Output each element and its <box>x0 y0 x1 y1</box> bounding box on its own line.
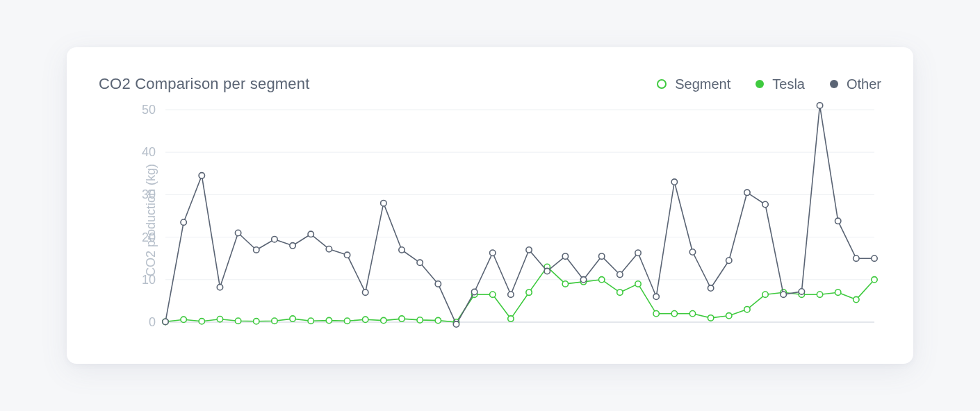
data-point <box>199 173 204 178</box>
chart-svg: 01020304050 <box>99 97 881 343</box>
data-point <box>199 319 204 324</box>
data-point <box>326 246 332 252</box>
data-point <box>362 317 368 322</box>
data-point <box>598 253 604 259</box>
data-point <box>689 311 695 317</box>
legend-label: Tesla <box>772 76 805 92</box>
data-point <box>344 252 350 258</box>
data-point <box>598 277 604 283</box>
data-point <box>435 317 441 323</box>
legend-label: Segment <box>675 76 730 92</box>
data-point <box>526 247 532 253</box>
legend-label: Other <box>847 76 881 92</box>
chart-header: CO2 Comparison per segment SegmentTeslaO… <box>99 71 881 97</box>
legend-item-segment[interactable]: Segment <box>657 76 730 92</box>
data-point <box>872 255 877 261</box>
data-point <box>399 247 405 253</box>
legend-dot-icon <box>830 80 838 88</box>
chart-title: CO2 Comparison per segment <box>99 75 310 93</box>
data-point <box>835 290 840 295</box>
data-point <box>617 271 623 277</box>
data-point <box>617 290 623 295</box>
y-tick-label: 0 <box>149 315 156 329</box>
chart-card: CO2 Comparison per segment SegmentTeslaO… <box>67 47 913 364</box>
data-point <box>344 318 350 324</box>
data-point <box>417 260 423 265</box>
data-point <box>435 281 441 287</box>
data-point <box>671 179 677 185</box>
data-point <box>817 103 822 108</box>
data-point <box>290 243 295 249</box>
data-point <box>181 317 186 322</box>
data-point <box>762 292 768 297</box>
data-point <box>854 255 859 261</box>
data-point <box>835 218 840 224</box>
data-point <box>417 317 423 323</box>
y-tick-label: 10 <box>142 273 156 287</box>
data-point <box>744 306 750 312</box>
data-point <box>490 292 496 297</box>
chart-legend: SegmentTeslaOther <box>657 76 881 92</box>
data-point <box>181 219 186 225</box>
data-point <box>254 319 259 324</box>
data-point <box>272 318 277 324</box>
data-point <box>399 316 405 321</box>
data-point <box>326 317 332 323</box>
data-point <box>580 277 586 283</box>
data-point <box>362 290 368 295</box>
chart-area: CO2 production (kg) 01020304050 <box>99 97 881 343</box>
legend-item-other[interactable]: Other <box>830 76 881 92</box>
data-point <box>708 285 713 291</box>
data-point <box>235 230 240 235</box>
data-point <box>817 292 822 297</box>
legend-item-tesla[interactable]: Tesla <box>756 76 805 92</box>
data-point <box>799 289 804 294</box>
data-point <box>689 249 695 255</box>
y-tick-label: 30 <box>142 187 156 201</box>
y-tick-label: 50 <box>142 103 156 117</box>
data-point <box>272 236 277 242</box>
legend-ring-icon <box>657 79 667 89</box>
data-point <box>508 316 514 321</box>
data-point <box>490 250 496 255</box>
page: CO2 Comparison per segment SegmentTeslaO… <box>0 0 980 411</box>
legend-dot-icon <box>756 80 764 88</box>
data-point <box>217 317 222 322</box>
data-point <box>562 253 568 259</box>
data-point <box>308 318 313 324</box>
data-point <box>726 313 732 319</box>
data-point <box>872 277 877 283</box>
data-point <box>653 311 659 317</box>
data-point <box>562 281 568 287</box>
data-point <box>653 294 659 299</box>
y-tick-label: 20 <box>142 230 156 244</box>
data-point <box>381 317 386 323</box>
data-point <box>453 321 459 327</box>
data-point <box>308 231 313 237</box>
data-point <box>781 292 786 297</box>
data-point <box>381 200 386 206</box>
data-point <box>217 285 222 290</box>
data-point <box>671 311 677 317</box>
data-point <box>526 290 532 295</box>
data-point <box>726 258 732 263</box>
data-point <box>544 268 550 274</box>
data-point <box>235 318 240 324</box>
data-point <box>290 316 295 321</box>
data-point <box>635 250 641 255</box>
data-point <box>708 315 713 321</box>
data-point <box>635 281 641 287</box>
data-point <box>254 247 259 253</box>
y-tick-label: 40 <box>142 145 156 159</box>
data-point <box>508 292 514 297</box>
data-point <box>854 296 859 302</box>
data-point <box>163 319 168 324</box>
data-point <box>471 289 477 294</box>
series-line-other <box>165 106 874 324</box>
data-point <box>744 190 750 195</box>
data-point <box>762 201 768 207</box>
